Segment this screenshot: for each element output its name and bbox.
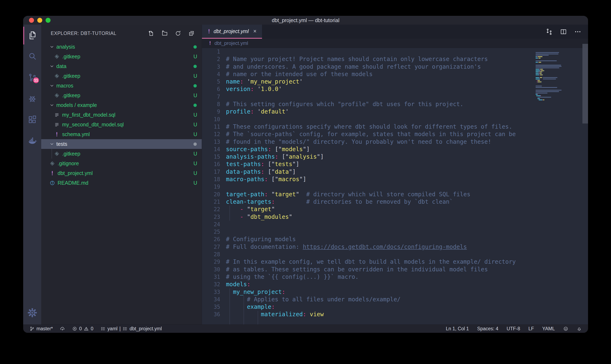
minimap-line [536, 67, 559, 68]
chevron-down-icon [50, 44, 54, 49]
status-git-branch[interactable]: master* [29, 326, 53, 332]
status-problems[interactable]: 00 [72, 326, 93, 332]
open-changes-icon[interactable] [545, 28, 553, 35]
tree-item--gitkeep[interactable]: .gitkeepU [41, 149, 202, 159]
source-control-badge: 11 [32, 77, 40, 84]
split-editor-icon[interactable] [560, 28, 567, 35]
search-icon [28, 52, 37, 61]
line-number: 14 [202, 146, 220, 153]
minimap-line [536, 52, 559, 53]
branch-icon [29, 326, 35, 331]
more-actions-icon[interactable] [574, 28, 581, 35]
git-icon [50, 161, 55, 166]
smiley-icon [563, 326, 568, 331]
tree-item--gitkeep[interactable]: .gitkeepU [41, 91, 202, 100]
status-cursor-position[interactable]: Ln 1, Col 1 [446, 326, 469, 332]
new-file-icon[interactable] [148, 30, 154, 37]
activity-item-extensions[interactable] [23, 111, 41, 129]
status-encoding[interactable]: UTF-8 [507, 326, 520, 332]
minimize-window-button[interactable] [37, 18, 42, 23]
tree-item--gitkeep[interactable]: .gitkeepU [41, 71, 202, 81]
minimap-line [536, 75, 543, 75]
explorer-header: EXPLORER: DBT-TUTORIAL [41, 25, 202, 42]
tree-item-data[interactable]: data [41, 61, 202, 71]
tree-item-analysis[interactable]: analysis [41, 42, 202, 52]
explorer-actions [148, 30, 195, 37]
editor-scrollbar[interactable] [583, 44, 588, 123]
tree-item--gitkeep[interactable]: .gitkeepU [41, 52, 202, 61]
git-untracked-badge: U [194, 131, 197, 137]
tree-item-label: .gitignore [57, 160, 79, 167]
refresh-icon[interactable] [175, 30, 181, 37]
line-number: 12 [202, 130, 220, 138]
code-line-7: 7 [202, 93, 588, 101]
tree-item--gitignore[interactable]: .gitignoreU [41, 159, 202, 168]
code-line-33: 33 my_new_project: [202, 288, 588, 296]
code-editor[interactable]: 12# Name your project! Project names sho… [202, 48, 588, 325]
git-modified-dot-badge [194, 65, 197, 68]
collapse-all-icon[interactable] [188, 30, 195, 37]
activity-item-debug[interactable] [23, 90, 41, 108]
close-window-button[interactable] [29, 18, 34, 23]
activity-item-docker[interactable] [23, 132, 41, 150]
code-line-8: 8# This setting configures which "profil… [202, 101, 588, 108]
zoom-window-button[interactable] [46, 18, 51, 23]
activity-item-explorer[interactable] [23, 26, 41, 44]
git-icon [54, 73, 60, 79]
status-indentation[interactable]: Spaces: 4 [477, 326, 498, 332]
tree-item-macros[interactable]: macros [41, 81, 202, 91]
line-number: 2 [202, 55, 220, 63]
activity-item-settings[interactable] [23, 304, 41, 322]
code-line-21: 21clean-targets: # directories to be rem… [202, 198, 588, 206]
code-line-20: 20target-path: "target" # directory whic… [202, 191, 588, 198]
git-untracked-badge: U [194, 180, 197, 186]
code-line-5: 5name: 'my_new_project' [202, 78, 588, 85]
git-icon [54, 54, 60, 59]
code-line-27: 27# Full documentation: https://docs.get… [202, 243, 588, 251]
git-modified-dot-badge [194, 84, 197, 88]
tree-item-tests[interactable]: tests [41, 139, 202, 149]
code-line-36: 36 materialized: view [202, 311, 588, 318]
line-number: 27 [202, 243, 220, 251]
git-modified-dot-badge [194, 143, 197, 146]
line-number: 31 [202, 273, 220, 281]
code-line-22: 22 - "target" [202, 206, 588, 213]
close-tab-icon[interactable]: × [252, 28, 257, 35]
status-text: 0 [79, 326, 82, 332]
activity-item-search[interactable] [23, 47, 41, 65]
code-line-16: 16test-paths: ["tests"] [202, 160, 588, 168]
breadcrumb-item-file[interactable]: dbt_project.yml [214, 40, 248, 46]
minimap-line [536, 73, 542, 74]
files-icon [28, 31, 37, 40]
status-text: dbt_project.yml [129, 326, 162, 332]
code-line-10: 10 [202, 116, 588, 123]
status-sync[interactable] [60, 326, 65, 331]
tree-item-dbt-project-yml[interactable]: !dbt_project.ymlU [41, 168, 202, 178]
line-number: 10 [202, 116, 220, 123]
new-folder-icon[interactable] [161, 30, 168, 37]
git-untracked-badge: U [194, 73, 197, 79]
chevron-down-icon [50, 103, 54, 107]
status-linter-status[interactable]: yaml|dbt_project.yml [100, 326, 162, 332]
tab-dbt-project-yml[interactable]: ! dbt_project.yml × [202, 25, 262, 39]
status-feedback[interactable] [563, 326, 568, 331]
tree-item-readme-md[interactable]: README.mdU [41, 178, 202, 188]
minimap-line [536, 95, 541, 96]
tree-item-label: my_second_dbt_model.sql [62, 122, 124, 128]
status-notifications[interactable] [577, 326, 582, 331]
tree-item-my-second-dbt-model-sql[interactable]: my_second_dbt_model.sqlU [41, 120, 202, 130]
activity-item-source-control[interactable]: 11 [23, 68, 41, 87]
tree-item-my-first-dbt-model-sql[interactable]: my_first_dbt_model.sqlU [41, 110, 202, 120]
status-language-mode[interactable]: YAML [542, 326, 555, 332]
status-text: | [119, 326, 121, 332]
line-number: 18 [202, 176, 220, 183]
minimap-line [536, 53, 558, 54]
tree-item-label: data [56, 63, 67, 69]
tree-item-models-example[interactable]: models / example [41, 100, 202, 110]
tree-item-schema-yml[interactable]: !schema.ymlU [41, 130, 202, 139]
status-eol[interactable]: LF [528, 326, 534, 332]
code-line-12: 12# The `source-paths` config, for examp… [202, 130, 588, 138]
yaml-icon: ! [54, 131, 60, 138]
code-line-14: 14source-paths: ["models"] [202, 146, 588, 153]
line-number: 32 [202, 281, 220, 288]
